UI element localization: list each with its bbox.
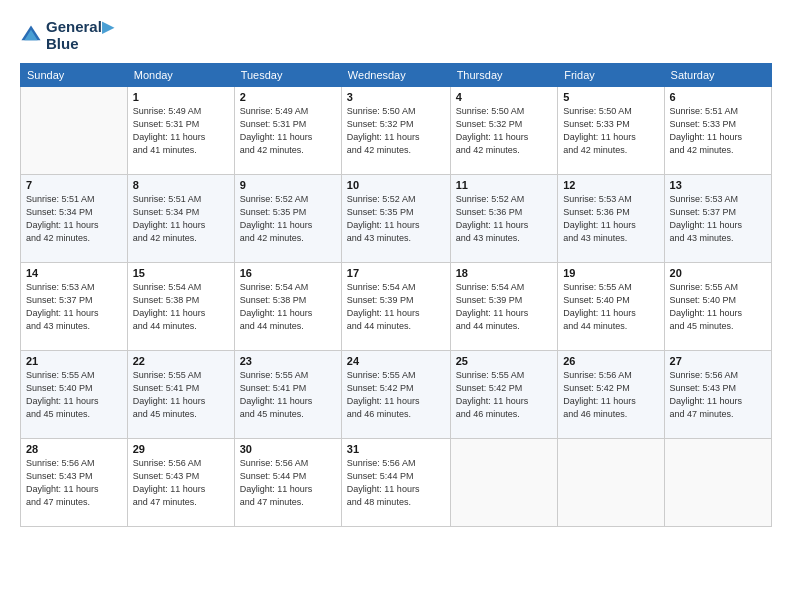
day-info: Sunrise: 5:52 AMSunset: 5:36 PMDaylight:…: [456, 193, 553, 245]
day-info: Sunrise: 5:51 AMSunset: 5:33 PMDaylight:…: [670, 105, 766, 157]
calendar-cell: 12Sunrise: 5:53 AMSunset: 5:36 PMDayligh…: [558, 174, 664, 262]
day-number: 9: [240, 179, 336, 191]
calendar-cell: 2Sunrise: 5:49 AMSunset: 5:31 PMDaylight…: [234, 86, 341, 174]
logo: General▶ Blue: [20, 18, 114, 53]
day-number: 26: [563, 355, 658, 367]
day-info: Sunrise: 5:53 AMSunset: 5:36 PMDaylight:…: [563, 193, 658, 245]
day-info: Sunrise: 5:50 AMSunset: 5:32 PMDaylight:…: [456, 105, 553, 157]
day-info: Sunrise: 5:56 AMSunset: 5:43 PMDaylight:…: [133, 457, 229, 509]
day-info: Sunrise: 5:56 AMSunset: 5:44 PMDaylight:…: [347, 457, 445, 509]
day-info: Sunrise: 5:55 AMSunset: 5:42 PMDaylight:…: [347, 369, 445, 421]
page-header: General▶ Blue: [20, 18, 772, 53]
day-info: Sunrise: 5:56 AMSunset: 5:44 PMDaylight:…: [240, 457, 336, 509]
calendar-cell: 31Sunrise: 5:56 AMSunset: 5:44 PMDayligh…: [341, 438, 450, 526]
day-info: Sunrise: 5:51 AMSunset: 5:34 PMDaylight:…: [26, 193, 122, 245]
calendar-cell: 24Sunrise: 5:55 AMSunset: 5:42 PMDayligh…: [341, 350, 450, 438]
day-number: 13: [670, 179, 766, 191]
day-info: Sunrise: 5:55 AMSunset: 5:41 PMDaylight:…: [240, 369, 336, 421]
day-number: 16: [240, 267, 336, 279]
calendar-cell: 18Sunrise: 5:54 AMSunset: 5:39 PMDayligh…: [450, 262, 558, 350]
day-info: Sunrise: 5:54 AMSunset: 5:39 PMDaylight:…: [456, 281, 553, 333]
logo-icon: [20, 24, 42, 46]
day-info: Sunrise: 5:50 AMSunset: 5:32 PMDaylight:…: [347, 105, 445, 157]
calendar-cell: 27Sunrise: 5:56 AMSunset: 5:43 PMDayligh…: [664, 350, 771, 438]
calendar-cell: 16Sunrise: 5:54 AMSunset: 5:38 PMDayligh…: [234, 262, 341, 350]
day-number: 3: [347, 91, 445, 103]
calendar-cell: 26Sunrise: 5:56 AMSunset: 5:42 PMDayligh…: [558, 350, 664, 438]
calendar-cell: [664, 438, 771, 526]
day-info: Sunrise: 5:54 AMSunset: 5:38 PMDaylight:…: [240, 281, 336, 333]
day-number: 14: [26, 267, 122, 279]
calendar-cell: 19Sunrise: 5:55 AMSunset: 5:40 PMDayligh…: [558, 262, 664, 350]
day-number: 8: [133, 179, 229, 191]
calendar-cell: [558, 438, 664, 526]
calendar-cell: 15Sunrise: 5:54 AMSunset: 5:38 PMDayligh…: [127, 262, 234, 350]
day-number: 29: [133, 443, 229, 455]
day-number: 18: [456, 267, 553, 279]
calendar-cell: 4Sunrise: 5:50 AMSunset: 5:32 PMDaylight…: [450, 86, 558, 174]
day-number: 31: [347, 443, 445, 455]
calendar-cell: 14Sunrise: 5:53 AMSunset: 5:37 PMDayligh…: [21, 262, 128, 350]
calendar-cell: 3Sunrise: 5:50 AMSunset: 5:32 PMDaylight…: [341, 86, 450, 174]
weekday-header-saturday: Saturday: [664, 63, 771, 86]
day-info: Sunrise: 5:55 AMSunset: 5:40 PMDaylight:…: [26, 369, 122, 421]
logo-text: General▶ Blue: [46, 18, 114, 53]
day-number: 21: [26, 355, 122, 367]
calendar-cell: 22Sunrise: 5:55 AMSunset: 5:41 PMDayligh…: [127, 350, 234, 438]
day-number: 27: [670, 355, 766, 367]
day-number: 4: [456, 91, 553, 103]
day-number: 23: [240, 355, 336, 367]
calendar-cell: [450, 438, 558, 526]
day-info: Sunrise: 5:52 AMSunset: 5:35 PMDaylight:…: [347, 193, 445, 245]
day-info: Sunrise: 5:50 AMSunset: 5:33 PMDaylight:…: [563, 105, 658, 157]
day-info: Sunrise: 5:49 AMSunset: 5:31 PMDaylight:…: [240, 105, 336, 157]
day-info: Sunrise: 5:53 AMSunset: 5:37 PMDaylight:…: [670, 193, 766, 245]
day-number: 2: [240, 91, 336, 103]
calendar-cell: 1Sunrise: 5:49 AMSunset: 5:31 PMDaylight…: [127, 86, 234, 174]
day-info: Sunrise: 5:51 AMSunset: 5:34 PMDaylight:…: [133, 193, 229, 245]
calendar-cell: 8Sunrise: 5:51 AMSunset: 5:34 PMDaylight…: [127, 174, 234, 262]
day-number: 24: [347, 355, 445, 367]
calendar-cell: 13Sunrise: 5:53 AMSunset: 5:37 PMDayligh…: [664, 174, 771, 262]
day-info: Sunrise: 5:56 AMSunset: 5:42 PMDaylight:…: [563, 369, 658, 421]
calendar-cell: 9Sunrise: 5:52 AMSunset: 5:35 PMDaylight…: [234, 174, 341, 262]
day-info: Sunrise: 5:55 AMSunset: 5:41 PMDaylight:…: [133, 369, 229, 421]
day-info: Sunrise: 5:55 AMSunset: 5:40 PMDaylight:…: [563, 281, 658, 333]
day-info: Sunrise: 5:56 AMSunset: 5:43 PMDaylight:…: [26, 457, 122, 509]
day-info: Sunrise: 5:49 AMSunset: 5:31 PMDaylight:…: [133, 105, 229, 157]
calendar-cell: 17Sunrise: 5:54 AMSunset: 5:39 PMDayligh…: [341, 262, 450, 350]
weekday-header-thursday: Thursday: [450, 63, 558, 86]
weekday-header-monday: Monday: [127, 63, 234, 86]
calendar-cell: 10Sunrise: 5:52 AMSunset: 5:35 PMDayligh…: [341, 174, 450, 262]
day-number: 17: [347, 267, 445, 279]
day-number: 22: [133, 355, 229, 367]
day-number: 7: [26, 179, 122, 191]
calendar-cell: 11Sunrise: 5:52 AMSunset: 5:36 PMDayligh…: [450, 174, 558, 262]
weekday-header-friday: Friday: [558, 63, 664, 86]
calendar-cell: 5Sunrise: 5:50 AMSunset: 5:33 PMDaylight…: [558, 86, 664, 174]
day-number: 15: [133, 267, 229, 279]
day-number: 12: [563, 179, 658, 191]
weekday-header-tuesday: Tuesday: [234, 63, 341, 86]
day-info: Sunrise: 5:52 AMSunset: 5:35 PMDaylight:…: [240, 193, 336, 245]
day-info: Sunrise: 5:56 AMSunset: 5:43 PMDaylight:…: [670, 369, 766, 421]
calendar-cell: 30Sunrise: 5:56 AMSunset: 5:44 PMDayligh…: [234, 438, 341, 526]
day-info: Sunrise: 5:55 AMSunset: 5:42 PMDaylight:…: [456, 369, 553, 421]
calendar-cell: 20Sunrise: 5:55 AMSunset: 5:40 PMDayligh…: [664, 262, 771, 350]
day-number: 11: [456, 179, 553, 191]
day-number: 20: [670, 267, 766, 279]
day-number: 5: [563, 91, 658, 103]
day-number: 30: [240, 443, 336, 455]
calendar-cell: 29Sunrise: 5:56 AMSunset: 5:43 PMDayligh…: [127, 438, 234, 526]
calendar-cell: 21Sunrise: 5:55 AMSunset: 5:40 PMDayligh…: [21, 350, 128, 438]
calendar-cell: 28Sunrise: 5:56 AMSunset: 5:43 PMDayligh…: [21, 438, 128, 526]
day-number: 19: [563, 267, 658, 279]
day-info: Sunrise: 5:55 AMSunset: 5:40 PMDaylight:…: [670, 281, 766, 333]
day-info: Sunrise: 5:54 AMSunset: 5:39 PMDaylight:…: [347, 281, 445, 333]
day-number: 1: [133, 91, 229, 103]
day-number: 25: [456, 355, 553, 367]
calendar-cell: [21, 86, 128, 174]
day-number: 10: [347, 179, 445, 191]
calendar-cell: 25Sunrise: 5:55 AMSunset: 5:42 PMDayligh…: [450, 350, 558, 438]
weekday-header-wednesday: Wednesday: [341, 63, 450, 86]
